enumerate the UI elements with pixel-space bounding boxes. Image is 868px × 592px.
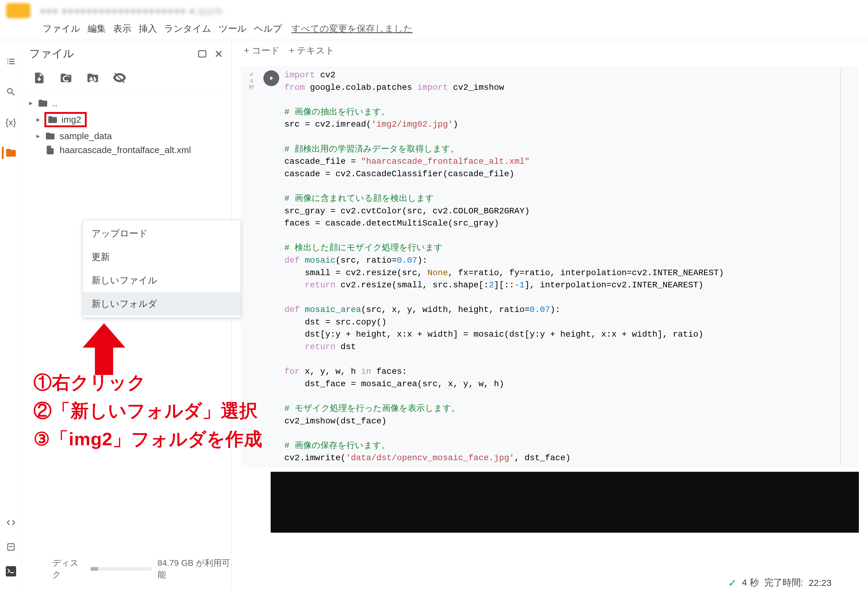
xml-file-label: haarcascade_frontalface_alt.xml	[60, 145, 191, 155]
run-button[interactable]	[263, 70, 279, 86]
status-secs: 4	[250, 78, 253, 84]
menu-tools[interactable]: ツール	[218, 22, 247, 35]
colab-logo-icon	[6, 3, 30, 18]
header: ●●● ●●●●●●●●●●●●●●●●●●●● ●.ipynb	[0, 0, 868, 21]
output-image	[271, 472, 859, 533]
tree-xml-file[interactable]: ▸ haarcascade_frontalface_alt.xml	[27, 143, 227, 157]
footer-done-time: 22:23	[809, 578, 831, 588]
mount-drive-icon[interactable]	[86, 71, 99, 84]
ctx-upload[interactable]: アップロード	[83, 222, 241, 245]
terminal-icon[interactable]	[5, 565, 17, 577]
menu-runtime[interactable]: ランタイム	[164, 22, 211, 35]
disk-label: ディスク	[52, 557, 84, 580]
file-tree: ▸ .. ▸ img2 ▸ sample_data ▸ haarcascade_…	[27, 96, 227, 157]
tree-root-up[interactable]: ▸ ..	[27, 96, 227, 110]
ctx-refresh[interactable]: 更新	[83, 245, 241, 269]
add-text-button[interactable]: + テキスト	[289, 44, 335, 57]
toggle-hidden-icon[interactable]	[113, 71, 126, 84]
new-window-icon[interactable]	[197, 48, 208, 59]
disk-bar	[91, 567, 152, 571]
execution-status: ✓ 4 秒 完了時間: 22:23	[728, 576, 831, 589]
ctx-new-folder[interactable]: 新しいフォルダ	[83, 292, 241, 316]
anno-line3: ③「img2」フォルダを作成	[34, 425, 263, 453]
disk-free: 84.79 GB が利用可能	[158, 557, 232, 580]
disk-usage: ディスク 84.79 GB が利用可能	[52, 557, 232, 580]
status-unit: 秒	[249, 84, 254, 90]
svg-rect-1	[9, 546, 13, 547]
save-status[interactable]: すべての変更を保存しました	[291, 22, 413, 35]
doc-icon[interactable]	[5, 541, 17, 553]
files-icon[interactable]	[2, 147, 17, 159]
menu-help[interactable]: ヘルプ	[254, 22, 282, 35]
left-rail: {x}	[0, 40, 22, 589]
sidebar-title: ファイル	[29, 46, 74, 61]
code-cell[interactable]: ✓ 4 秒 import cv2 from google.colab.patch…	[241, 66, 859, 468]
code-editor[interactable]: import cv2 from google.colab.patches imp…	[282, 69, 859, 465]
notebook-main: + コード + テキスト ✓ 4 秒 import cv2 from googl…	[232, 40, 868, 589]
upload-icon[interactable]	[33, 71, 46, 84]
file-sidebar: ファイル ▸ .. ▸ img2 ▸ sample_data	[22, 40, 232, 589]
search-icon[interactable]	[5, 86, 17, 98]
refresh-icon[interactable]	[60, 71, 72, 84]
anno-line1: ①右クリック	[34, 368, 263, 397]
ctx-new-file[interactable]: 新しいファイル	[83, 269, 241, 292]
menu-edit[interactable]: 編集	[88, 22, 106, 35]
annotation-text: ①右クリック ②「新しいフォルダ」選択 ③「img2」フォルダを作成	[34, 368, 263, 453]
menu-insert[interactable]: 挿入	[139, 22, 157, 35]
tree-sample-data[interactable]: ▸ sample_data	[27, 129, 227, 143]
svg-rect-3	[199, 50, 206, 57]
sample-data-label: sample_data	[60, 131, 112, 141]
anno-line2: ②「新しいフォルダ」選択	[34, 397, 263, 425]
footer-check-icon: ✓	[728, 577, 737, 589]
footer-secs: 4 秒	[742, 576, 759, 589]
context-menu: アップロード 更新 新しいファイル 新しいフォルダ	[83, 220, 241, 318]
document-title[interactable]: ●●● ●●●●●●●●●●●●●●●●●●●● ●.ipynb	[40, 5, 223, 17]
svg-rect-2	[6, 566, 16, 576]
img2-highlight: img2	[44, 112, 87, 127]
variables-icon[interactable]: {x}	[5, 116, 17, 129]
tree-img2[interactable]: ▸ img2	[27, 110, 227, 129]
img2-label: img2	[61, 114, 81, 125]
add-code-button[interactable]: + コード	[244, 44, 280, 57]
footer-done-label: 完了時間:	[764, 576, 803, 589]
menu-file[interactable]: ファイル	[43, 22, 80, 35]
status-check-icon: ✓	[249, 71, 254, 78]
code-ruler	[840, 69, 841, 465]
code-icon[interactable]	[5, 517, 17, 529]
menu-view[interactable]: 表示	[113, 22, 131, 35]
insert-row: + コード + テキスト	[232, 40, 868, 61]
annotation-arrow-icon	[83, 323, 125, 375]
tree-up-label: ..	[52, 98, 58, 108]
toc-icon[interactable]	[5, 55, 17, 68]
menubar: ファイル 編集 表示 挿入 ランタイム ツール ヘルプ すべての変更を保存しまし…	[0, 21, 868, 40]
close-icon[interactable]	[213, 48, 224, 59]
